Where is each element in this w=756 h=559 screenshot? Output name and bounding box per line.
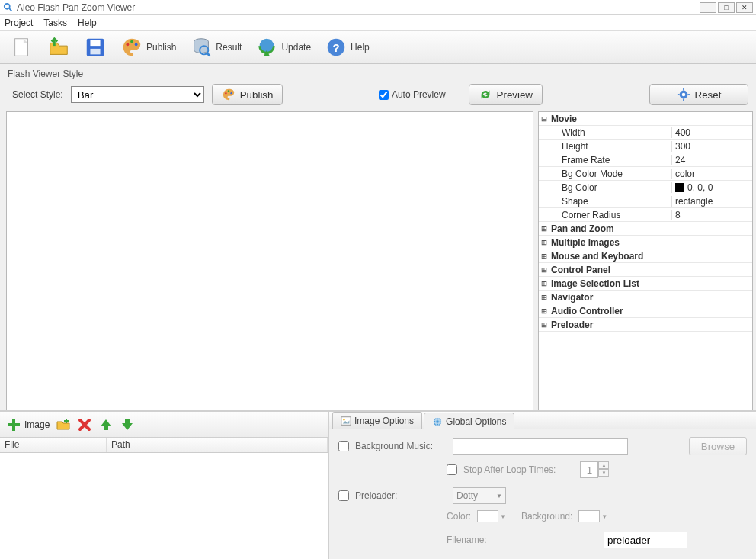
refresh-icon (479, 88, 492, 101)
svg-text:?: ? (332, 40, 339, 53)
bg-music-label: Background Music: (355, 441, 447, 451)
publish-button[interactable]: Publish (117, 34, 179, 60)
delete-icon (77, 417, 92, 432)
move-up-button[interactable] (98, 417, 114, 432)
open-icon (47, 36, 70, 59)
delete-button[interactable] (77, 417, 92, 432)
image-list-panel: Image File Path (0, 412, 329, 559)
prop-row[interactable]: Frame Rate24 (539, 153, 752, 167)
prop-group[interactable]: ⊞Control Panel (539, 263, 752, 277)
new-button[interactable] (8, 34, 37, 60)
update-button[interactable]: Update (252, 34, 314, 60)
preview-button[interactable]: Preview (469, 84, 543, 105)
prop-group[interactable]: ⊞Navigator (539, 291, 752, 304)
maximize-button[interactable]: □ (718, 2, 735, 13)
image-toolbar: Image (0, 412, 328, 438)
svg-rect-27 (8, 423, 20, 426)
prop-row[interactable]: Corner Radius8 (539, 208, 752, 222)
style-publish-button[interactable]: Publish (212, 84, 284, 105)
auto-preview-input[interactable] (379, 90, 389, 100)
reset-button[interactable]: Reset (649, 84, 748, 105)
svg-rect-6 (90, 48, 100, 54)
gear-icon (677, 88, 690, 101)
prop-group[interactable]: ⊞Pan and Zoom (539, 222, 752, 236)
update-icon (255, 36, 278, 59)
image-list-body[interactable] (0, 453, 328, 559)
col-file[interactable]: File (0, 438, 107, 452)
prop-group[interactable]: ⊞Audio Controller (539, 304, 752, 318)
property-grid[interactable]: ⊟MovieWidth400Height300Frame Rate24Bg Co… (538, 111, 753, 410)
main-row: ⊟MovieWidth400Height300Frame Rate24Bg Co… (0, 111, 756, 410)
tab-image-options[interactable]: Image Options (332, 412, 422, 429)
background-label: Background: (521, 511, 572, 522)
publish-label: Publish (146, 42, 176, 53)
browse-button[interactable]: Browse (689, 437, 747, 455)
menu-help[interactable]: Help (78, 18, 97, 28)
minimize-button[interactable]: — (700, 2, 716, 13)
background-swatch[interactable]: ▼ (578, 510, 607, 522)
bottom-row: Image File Path Image Options (0, 410, 756, 559)
add-image-button[interactable]: Image (6, 417, 50, 432)
save-icon (84, 36, 107, 59)
preloader-value: Dotty (456, 490, 478, 501)
svg-point-33 (343, 418, 345, 420)
prop-group[interactable]: ⊞Preloader (539, 318, 752, 332)
menu-tasks[interactable]: Tasks (43, 18, 67, 28)
svg-marker-30 (101, 419, 111, 430)
open-button[interactable] (44, 34, 73, 60)
svg-point-17 (225, 92, 226, 94)
style-section: Flash Viewer Style Select Style: Bar Pub… (0, 64, 756, 111)
stop-after-checkbox[interactable] (447, 464, 457, 475)
loop-times-spinner[interactable]: ▲▼ (580, 461, 609, 478)
prop-group[interactable]: ⊞Image Selection List (539, 277, 752, 291)
menu-project[interactable]: Project (5, 18, 33, 28)
auto-preview-checkbox[interactable]: Auto Preview (379, 89, 446, 100)
preloader-checkbox[interactable] (338, 490, 349, 501)
style-select[interactable]: Bar (71, 86, 204, 103)
close-button[interactable]: ✕ (736, 2, 753, 13)
bg-music-checkbox[interactable] (338, 441, 349, 451)
save-button[interactable] (81, 34, 110, 60)
loop-times-input[interactable] (580, 461, 598, 478)
prop-group[interactable]: ⊞Mouse and Keyboard (539, 249, 752, 263)
style-publish-label: Publish (240, 89, 274, 101)
plus-icon (6, 417, 21, 432)
col-path[interactable]: Path (107, 438, 328, 452)
help-button[interactable]: ? Help (322, 34, 373, 60)
preloader-select[interactable]: Dotty ▼ (453, 487, 506, 504)
arrow-up-icon (98, 417, 114, 432)
move-down-button[interactable] (120, 417, 135, 432)
prop-row[interactable]: Bg Color 0, 0, 0 (539, 181, 752, 194)
folder-plus-icon (56, 417, 71, 432)
prop-group[interactable]: ⊟Movie (539, 112, 752, 126)
svg-point-19 (230, 92, 232, 94)
reset-label: Reset (695, 89, 722, 101)
bg-music-input[interactable] (453, 438, 628, 455)
tab-global-options[interactable]: Global Options (424, 413, 514, 429)
result-label: Result (216, 42, 242, 53)
prop-row[interactable]: Width400 (539, 126, 752, 140)
stop-after-label: Stop After Loop Times: (463, 464, 556, 475)
options-panel: Image Options Global Options Background … (329, 412, 756, 559)
spinner-up[interactable]: ▲ (598, 461, 609, 469)
prop-group[interactable]: ⊞Multiple Images (539, 236, 752, 249)
add-folder-button[interactable] (56, 417, 71, 432)
prop-row[interactable]: Shaperectangle (539, 194, 752, 208)
svg-marker-31 (122, 419, 133, 430)
svg-rect-5 (90, 40, 100, 46)
image-list-header: File Path (0, 438, 328, 453)
palette-icon (120, 36, 143, 59)
svg-line-12 (207, 53, 210, 56)
prop-row[interactable]: Height300 (539, 140, 752, 153)
globe-icon (432, 416, 443, 427)
prop-row[interactable]: Bg Color Modecolor (539, 167, 752, 181)
property-panel: ⊟MovieWidth400Height300Frame Rate24Bg Co… (538, 111, 753, 410)
filename-input[interactable] (604, 532, 687, 548)
result-button[interactable]: Result (187, 34, 245, 60)
color-swatch[interactable]: ▼ (477, 510, 506, 522)
preview-canvas (6, 111, 533, 410)
spinner-down[interactable]: ▼ (598, 469, 609, 477)
titlebar: Aleo Flash Pan Zoom Viewer — □ ✕ (0, 0, 756, 15)
svg-point-35 (434, 417, 442, 426)
preview-label: Preview (497, 89, 533, 101)
